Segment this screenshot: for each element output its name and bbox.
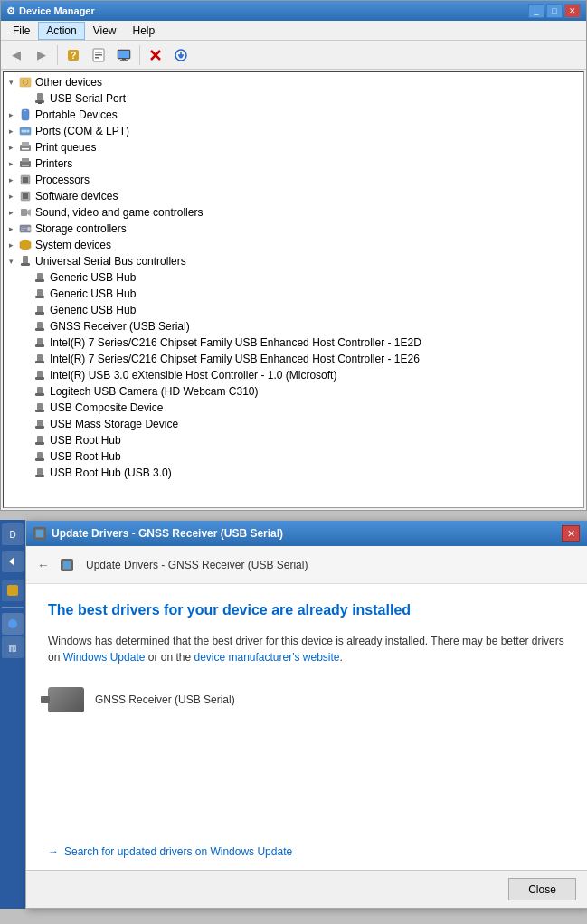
expander-system-devices[interactable]: ▸ [4,238,18,252]
expander-storage-controllers[interactable]: ▸ [4,222,18,236]
svg-point-23 [24,130,27,133]
icon-printers [18,156,33,171]
tree-item-gnss-receiver[interactable]: GNSS Receiver (USB Serial) [4,318,583,335]
forward-button[interactable]: ▶ [30,43,53,67]
label-sound-video: Sound, video and game controllers [35,206,203,219]
expander-usb-controllers[interactable]: ▾ [4,254,18,269]
svg-rect-33 [21,178,22,179]
circle-icon [7,618,18,629]
menu-action[interactable]: Action [38,22,84,40]
menu-help[interactable]: Help [125,22,164,40]
toolbar: ◀ ▶ ? [1,41,586,70]
left-taskbar-strip: D [0,520,25,909]
svg-rect-52 [35,312,44,315]
windows-update-link[interactable]: Windows Update [63,651,146,664]
tree-item-usb-root-3[interactable]: USB Root Hub (USB 3.0) [4,465,583,481]
tree-item-usb-composite[interactable]: USB Composite Device [4,400,583,416]
label-usb-root-2: USB Root Hub [50,450,121,463]
expander-print-queues[interactable]: ▸ [4,140,18,155]
tree-item-storage-controllers[interactable]: ▸ Storage controllers [4,221,583,237]
tree-item-intel-usb3[interactable]: Intel(R) USB 3.0 eXtensible Host Control… [4,367,583,383]
dialog-header-device-icon [61,559,73,571]
tree-item-other-devices[interactable]: ▾ Other devices [4,74,583,90]
dialog-title-icon [33,527,46,540]
monitor-button[interactable] [112,43,136,67]
left-strip-item-2[interactable] [2,551,24,572]
toolbar-separator-1 [57,45,58,65]
icon-logitech [33,384,47,399]
label-usb-root-3: USB Root Hub (USB 3.0) [50,467,172,479]
tree-item-sound-video[interactable]: ▸ Sound, video and game controllers [4,204,583,221]
expander-portable-devices[interactable]: ▸ [4,108,18,122]
device-row: GNSS Receiver (USB Serial) [48,687,565,712]
tree-item-software-devices[interactable]: ▸ Software devices [4,188,583,204]
dialog-title-text: Update Drivers - GNSS Receiver (USB Seri… [52,527,283,540]
question-icon: ? [66,48,80,62]
label-usb-controllers: Universal Serial Bus controllers [35,255,186,268]
tree-item-system-devices[interactable]: ▸ System devices [4,237,583,253]
minimize-button[interactable]: _ [528,4,544,18]
icon-usb-root-2 [33,449,47,464]
tree-item-intel-1e26[interactable]: Intel(R) 7 Series/C216 Chipset Family US… [4,351,583,367]
back-arrow-icon[interactable]: ← [37,558,50,572]
dialog-close-button[interactable]: ✕ [562,525,580,542]
close-dialog-button[interactable]: Close [508,878,576,900]
tree-item-usb-root-2[interactable]: USB Root Hub [4,448,583,465]
label-system-devices: System devices [35,239,111,251]
close-button[interactable]: ✕ [564,4,581,18]
icon-intel-usb3 [33,368,47,382]
arrow-left-icon [5,554,20,569]
icon-ports [18,124,33,138]
svg-text:?: ? [71,50,77,61]
svg-rect-26 [22,142,29,146]
icon-generic-usb-3 [33,303,47,317]
title-bar-controls: _ □ ✕ [528,4,581,18]
left-strip-item-3[interactable] [2,580,24,601]
svg-rect-39 [21,209,27,216]
tree-item-ports[interactable]: ▸ Ports (COM & LPT) [4,123,583,139]
svg-rect-25 [20,145,31,151]
left-strip-item-5[interactable] [2,636,24,658]
expander-printers[interactable]: ▸ [4,156,18,171]
expander-ports[interactable]: ▸ [4,124,18,138]
tree-item-usb-serial-port[interactable]: USB Serial Port [4,90,583,107]
toolbar-separator-2 [139,45,140,65]
tree-item-intel-1e2d[interactable]: Intel(R) 7 Series/C216 Chipset Family US… [4,335,583,351]
label-logitech: Logitech USB Camera (HD Webcam C310) [50,385,259,398]
tree-item-processors[interactable]: ▸ Processors [4,172,583,188]
back-button[interactable]: ◀ [5,43,28,67]
icon-usb-mass-storage [33,417,47,431]
uninstall-button[interactable] [144,43,167,67]
expander-other-devices[interactable]: ▾ [4,75,18,90]
tree-item-generic-usb-1[interactable]: Generic USB Hub [4,269,583,286]
dialog-header-title: Update Drivers - GNSS Receiver (USB Seri… [86,559,308,571]
tree-item-printers[interactable]: ▸ Printers [4,156,583,172]
tree-item-usb-controllers[interactable]: ▾ Universal Serial Bus controllers [4,253,583,269]
left-strip-item-1[interactable]: D [2,523,24,545]
tree-item-print-queues[interactable]: ▸ Print queues [4,139,583,156]
tree-item-usb-root-1[interactable]: USB Root Hub [4,432,583,448]
expander [18,270,33,285]
app-icon [6,584,19,597]
svg-point-24 [27,130,30,133]
properties-button[interactable] [87,43,110,67]
show-hidden-button[interactable]: ? [62,43,85,67]
tree-item-generic-usb-3[interactable]: Generic USB Hub [4,302,583,318]
maximize-button[interactable]: □ [546,4,563,18]
menu-view[interactable]: View [85,22,125,40]
tree-item-usb-mass-storage[interactable]: USB Mass Storage Device [4,416,583,432]
expander-software-devices[interactable]: ▸ [4,189,18,203]
svg-rect-82 [63,561,71,569]
scan-button[interactable] [169,43,193,67]
search-updated-drivers-link[interactable]: → Search for updated drivers on Windows … [48,845,292,858]
left-strip-item-4[interactable] [2,613,24,635]
tree-item-logitech[interactable]: Logitech USB Camera (HD Webcam C310) [4,383,583,400]
expander-processors[interactable]: ▸ [4,173,18,187]
tree-item-portable-devices[interactable]: ▸ Portable Devices [4,107,583,123]
tree-item-generic-usb-2[interactable]: Generic USB Hub [4,286,583,302]
expander-sound-video[interactable]: ▸ [4,205,18,220]
label-generic-usb-1: Generic USB Hub [50,271,136,284]
menu-file[interactable]: File [5,22,38,40]
manufacturer-link[interactable]: device manufacturer's website [194,651,339,664]
label-portable-devices: Portable Devices [35,108,118,121]
